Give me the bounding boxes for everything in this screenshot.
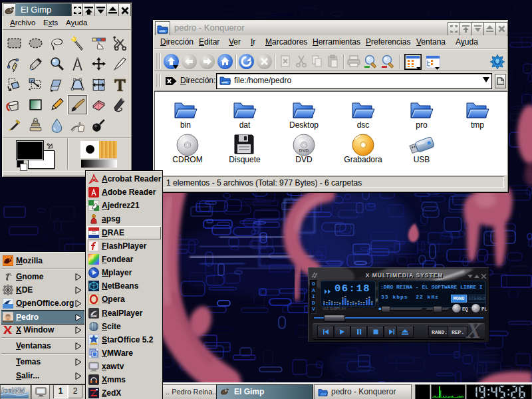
svg-text:IceWM: IceWM: [1, 386, 25, 394]
svg-text:real: real: [91, 313, 98, 317]
svg-text:DVD: DVD: [299, 148, 309, 153]
